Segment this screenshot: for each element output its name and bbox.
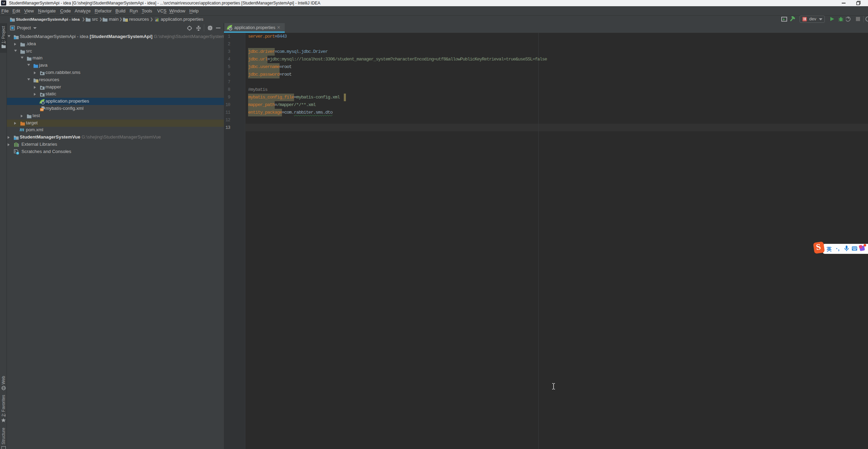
svg-text:<>: <> bbox=[40, 108, 44, 111]
